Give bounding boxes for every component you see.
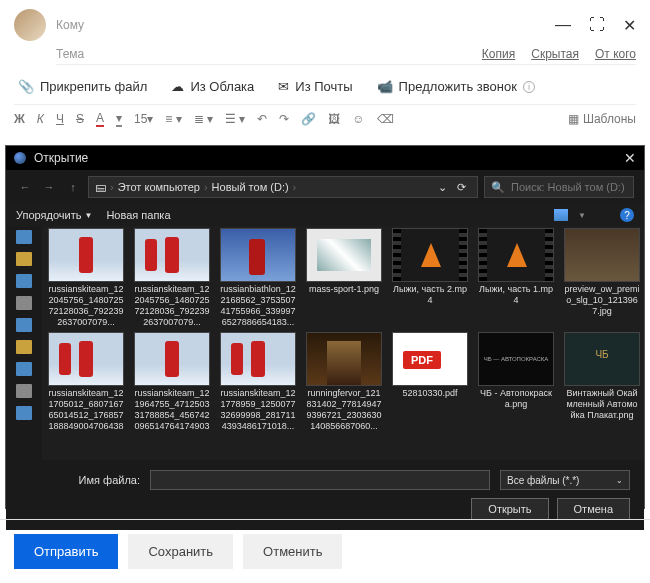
cloud-icon: ☁ xyxy=(171,79,184,94)
file-item[interactable]: runningfervor_121831402_778149479396721_… xyxy=(306,332,382,432)
align-button[interactable]: ≡ ▾ xyxy=(165,112,181,126)
nav-forward-icon[interactable]: → xyxy=(40,178,58,196)
file-item[interactable]: mass-sport-1.png xyxy=(306,228,382,328)
file-name: Винтажный Окаймленный Автомойка Плакат.p… xyxy=(564,388,640,421)
clear-fmt-button[interactable]: ⌫ xyxy=(377,112,394,126)
help-icon[interactable]: ? xyxy=(620,208,634,222)
sidebar-item[interactable] xyxy=(16,362,32,376)
send-button[interactable]: Отправить xyxy=(14,534,118,569)
attach-mail-button[interactable]: ✉ Из Почты xyxy=(278,79,352,94)
font-size-button[interactable]: 15 ▾ xyxy=(134,112,153,126)
subject-field[interactable]: Тема xyxy=(56,47,482,61)
crumb-pc[interactable]: Этот компьютер xyxy=(118,181,200,193)
nav-up-icon[interactable]: ↑ xyxy=(64,178,82,196)
sidebar-item[interactable] xyxy=(16,384,32,398)
sidebar-item[interactable] xyxy=(16,318,32,332)
file-item[interactable]: Лыжи, часть 1.mp4 xyxy=(478,228,554,328)
bcc-link[interactable]: Скрытая xyxy=(531,47,579,61)
cancel-button[interactable]: Отмена xyxy=(557,498,630,520)
bold-button[interactable]: Ж xyxy=(14,112,25,126)
file-item[interactable]: russianskiteam_122045756_148072572128036… xyxy=(48,228,124,328)
file-item[interactable]: russianskiteam_121964755_471250331788854… xyxy=(134,332,210,432)
breadcrumb[interactable]: 🖴 › Этот компьютер › Новый том (D:) › ⌄ … xyxy=(88,176,478,198)
file-item[interactable]: russianskiteam_122045756_148072572128036… xyxy=(134,228,210,328)
sidebar xyxy=(6,226,42,460)
preview-pane-button[interactable] xyxy=(596,209,610,221)
file-thumbnail xyxy=(564,332,640,386)
file-thumbnail xyxy=(564,228,640,282)
attach-cloud-button[interactable]: ☁ Из Облака xyxy=(171,79,254,94)
file-name: russianskiteam_121964755_471250331788854… xyxy=(134,388,210,432)
strike-button[interactable]: S xyxy=(76,112,84,126)
drive-icon: 🖴 xyxy=(95,181,106,193)
sidebar-item[interactable] xyxy=(16,406,32,420)
file-thumbnail xyxy=(220,228,296,282)
save-button[interactable]: Сохранить xyxy=(128,534,233,569)
file-item[interactable]: russianskiteam_121778959_125007732699998… xyxy=(220,332,296,432)
underline-button[interactable]: Ч xyxy=(56,112,64,126)
dialog-close-icon[interactable]: ✕ xyxy=(624,150,636,166)
attach-mail-label: Из Почты xyxy=(295,79,352,94)
suggest-call-label: Предложить звонок xyxy=(399,79,517,94)
sidebar-item[interactable] xyxy=(16,274,32,288)
open-button[interactable]: Открыть xyxy=(471,498,548,520)
view-dropdown-icon[interactable]: ▼ xyxy=(578,211,586,220)
file-name: 52810330.pdf xyxy=(402,388,457,399)
templates-icon: ▦ xyxy=(568,112,579,126)
file-item[interactable]: russianbiathlon_122168562_37535074175596… xyxy=(220,228,296,328)
view-icons-button[interactable] xyxy=(554,209,568,221)
redo-button[interactable]: ↷ xyxy=(279,112,289,126)
sidebar-item[interactable] xyxy=(16,230,32,244)
organize-button[interactable]: Упорядочить ▼ xyxy=(16,209,92,221)
file-grid: russianskiteam_122045756_148072572128036… xyxy=(42,226,644,460)
file-thumbnail xyxy=(478,228,554,282)
image-button[interactable]: 🖼 xyxy=(328,112,340,126)
text-color-button[interactable]: A xyxy=(96,111,104,127)
sidebar-item[interactable] xyxy=(16,252,32,266)
search-input[interactable]: 🔍 Поиск: Новый том (D:) xyxy=(484,176,634,198)
file-item[interactable]: preview_ow_premio_slg_10_1213967.jpg xyxy=(564,228,640,328)
sidebar-item[interactable] xyxy=(16,296,32,310)
templates-button[interactable]: ▦ Шаблоны xyxy=(568,112,636,126)
link-button[interactable]: 🔗 xyxy=(301,112,316,126)
cc-link[interactable]: Копия xyxy=(482,47,515,61)
indent-button[interactable]: ≣ ▾ xyxy=(194,112,213,126)
file-item[interactable]: PDF52810330.pdf xyxy=(392,332,468,432)
suggest-call-button[interactable]: 📹 Предложить звонок i xyxy=(377,79,535,94)
file-name: russianskiteam_121705012_680716765014512… xyxy=(48,388,124,432)
crumb-drive[interactable]: Новый том (D:) xyxy=(212,181,289,193)
refresh-icon[interactable]: ⟳ xyxy=(451,181,471,194)
undo-button[interactable]: ↶ xyxy=(257,112,267,126)
attach-file-button[interactable]: 📎 Прикрепить файл xyxy=(18,79,147,94)
file-thumbnail: PDF xyxy=(392,332,468,386)
file-name: russianskiteam_122045756_148072572128036… xyxy=(134,284,210,328)
crumb-dropdown-icon[interactable]: ⌄ xyxy=(438,181,447,194)
bg-color-button[interactable]: ▾ xyxy=(116,111,122,127)
attach-cloud-label: Из Облака xyxy=(190,79,254,94)
file-thumbnail xyxy=(48,332,124,386)
expand-icon[interactable]: ⛶ xyxy=(589,16,605,34)
filetype-select[interactable]: Все файлы (*.*)⌄ xyxy=(500,470,630,490)
filename-input[interactable] xyxy=(150,470,490,490)
to-field[interactable]: Кому xyxy=(56,18,555,32)
discard-button[interactable]: Отменить xyxy=(243,534,342,569)
sidebar-item[interactable] xyxy=(16,340,32,354)
file-item[interactable]: Винтажный Окаймленный Автомойка Плакат.p… xyxy=(564,332,640,432)
from-link[interactable]: От кого xyxy=(595,47,636,61)
file-item[interactable]: Лыжи, часть 2.mp4 xyxy=(392,228,468,328)
avatar[interactable] xyxy=(14,9,46,41)
file-item[interactable]: russianskiteam_121705012_680716765014512… xyxy=(48,332,124,432)
info-icon[interactable]: i xyxy=(523,81,535,93)
close-icon[interactable]: ✕ xyxy=(623,16,636,35)
italic-button[interactable]: К xyxy=(37,112,44,126)
emoji-button[interactable]: ☺ xyxy=(352,112,364,126)
paperclip-icon: 📎 xyxy=(18,79,34,94)
list-button[interactable]: ☰ ▾ xyxy=(225,112,245,126)
camera-icon: 📹 xyxy=(377,79,393,94)
new-folder-button[interactable]: Новая папка xyxy=(106,209,170,221)
file-name: russianbiathlon_122168562_37535074175596… xyxy=(220,284,296,328)
minimize-icon[interactable]: — xyxy=(555,16,571,34)
nav-back-icon[interactable]: ← xyxy=(16,178,34,196)
file-item[interactable]: ЧБ — АВТОПОКРАСКАЧБ - Автопокраска.png xyxy=(478,332,554,432)
file-name: runningfervor_121831402_778149479396721_… xyxy=(306,388,382,432)
